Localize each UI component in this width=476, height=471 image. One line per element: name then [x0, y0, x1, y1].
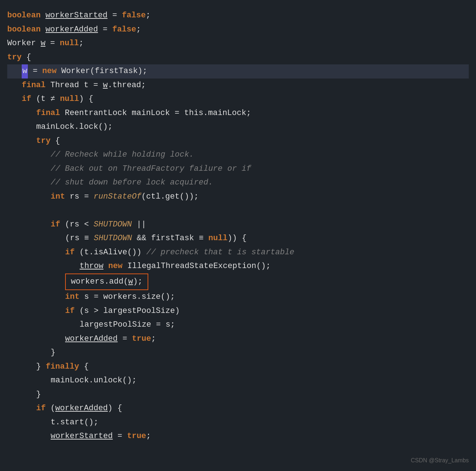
keyword-try2: try: [36, 134, 51, 148]
keyword-true2: true: [127, 429, 146, 444]
code-line-19: throw new IllegalThreadStateException();: [7, 259, 469, 273]
keyword-int: int: [51, 190, 65, 204]
const-shutdown2: SHUTDOWN: [94, 232, 132, 246]
code-line-21: int s = workers.size();: [7, 290, 469, 304]
var-workerStarted2: workerStarted: [51, 429, 113, 444]
highlight-box: workers.add(w);: [65, 273, 148, 290]
keyword-new: new: [42, 64, 57, 78]
code-line-8: final ReentrantLock mainLock = this.main…: [7, 106, 469, 120]
comment-4: // precheck that t is startable: [146, 246, 294, 260]
keyword-finally: finally: [46, 360, 79, 374]
code-line-31: workerStarted = true;: [7, 429, 469, 444]
keyword-if2: if: [51, 218, 60, 232]
code-line-9: mainLock.lock();: [7, 120, 469, 134]
code-line-23: largestPoolSize = s;: [7, 318, 469, 332]
code-line-18: if (t.isAlive()) // precheck that t is s…: [7, 246, 469, 260]
comment-3: // shut down before lock acquired.: [51, 176, 213, 190]
keyword-true: true: [132, 332, 151, 346]
code-line-7: if (t ≠ null) {: [7, 92, 469, 106]
keyword-false2: false: [112, 23, 136, 37]
var-w2: w: [103, 78, 107, 93]
code-line-28: }: [7, 388, 469, 402]
var-workerAdded2: workerAdded: [65, 332, 118, 346]
keyword-int2: int: [65, 290, 80, 304]
var-w: w: [41, 37, 45, 51]
code-line-25: }: [7, 346, 469, 360]
var-w-highlighted: w: [22, 64, 28, 78]
var-workerStarted: workerStarted: [46, 9, 108, 23]
comment-2: // Back out on ThreadFactory failure or …: [51, 162, 251, 176]
keyword-throw: throw: [80, 259, 103, 273]
var-w3: w: [128, 277, 133, 286]
code-line-22: if (s > largestPoolSize): [7, 304, 469, 318]
keyword-null3: null: [208, 232, 228, 246]
code-line-11: // Recheck while holding lock.: [7, 148, 469, 162]
code-line-5: w = new Worker(firstTask);: [7, 64, 469, 78]
keyword-if4: if: [65, 304, 75, 318]
code-line-2: boolean workerAdded = false;: [7, 23, 469, 37]
code-line-13: // shut down before lock acquired.: [7, 176, 469, 190]
code-line-12: // Back out on ThreadFactory failure or …: [7, 162, 469, 176]
keyword-new2: new: [108, 259, 123, 273]
keyword-boolean2: boolean: [7, 23, 41, 37]
code-line-26: } finally {: [7, 360, 469, 374]
keyword-if5: if: [36, 402, 46, 416]
keyword-final: final: [22, 78, 46, 93]
code-line-3: Worker w = null;: [7, 37, 469, 51]
code-line-10: try {: [7, 134, 469, 148]
keyword-null2: null: [60, 92, 79, 106]
const-shutdown: SHUTDOWN: [94, 218, 132, 232]
method-runStateOf: runStateOf: [94, 190, 141, 204]
keyword-if3: if: [65, 246, 75, 260]
code-line-1: boolean workerStarted = false;: [7, 9, 469, 23]
code-line-16: if (rs < SHUTDOWN ||: [7, 218, 469, 232]
code-line-14: int rs = runStateOf(ctl.get());: [7, 190, 469, 204]
code-line-15: [7, 204, 469, 218]
code-line-4: try {: [7, 51, 469, 65]
comment-1: // Recheck while holding lock.: [51, 148, 194, 162]
var-workerAdded3: workerAdded: [55, 402, 108, 416]
keyword-if: if: [22, 92, 31, 106]
keyword-false: false: [122, 9, 146, 23]
code-line-20: workers.add(w);: [7, 273, 469, 290]
code-editor: boolean workerStarted = false; boolean w…: [0, 0, 476, 471]
code-line-17: (rs ≡ SHUTDOWN && firstTask ≡ null)) {: [7, 232, 469, 246]
keyword-try: try: [7, 51, 22, 65]
code-line-29: if (workerAdded) {: [7, 402, 469, 416]
type-worker: Worker: [7, 37, 36, 51]
var-workerAdded: workerAdded: [46, 23, 98, 37]
keyword-null: null: [60, 37, 79, 51]
keyword-boolean: boolean: [7, 9, 41, 23]
code-line-6: final Thread t = w.thread;: [7, 78, 469, 93]
code-line-30: t.start();: [7, 416, 469, 430]
watermark: CSDN @Stray_Lambs: [411, 457, 469, 464]
code-workers-add: workers.add(: [71, 277, 128, 286]
code-line-27: mainLock.unlock();: [7, 374, 469, 388]
keyword-final2: final: [36, 106, 60, 120]
code-line-24: workerAdded = true;: [7, 332, 469, 346]
